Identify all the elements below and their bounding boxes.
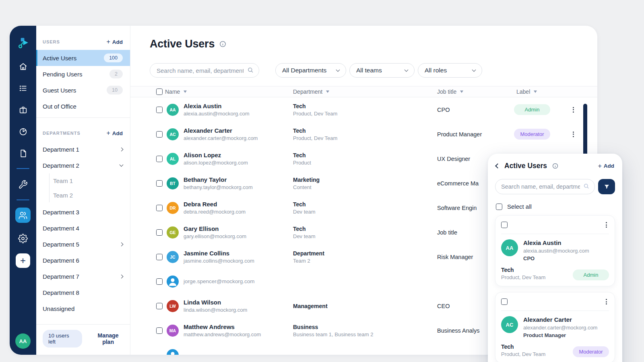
card-checkbox[interactable] [501,222,508,228]
department-teams: Content [293,184,435,190]
sidebar-item-department-2[interactable]: Department 2 [36,157,130,173]
sidebar-item-team-1[interactable]: Team 1 [50,173,130,188]
gear-icon[interactable] [15,232,31,245]
department: Tech [293,152,435,158]
user-card[interactable]: AA Alexia Austin alexia.austin@mockorg.c… [495,215,615,286]
column-header-name[interactable]: Name [163,88,291,95]
sidebar-item-label: Department 1 [43,146,79,153]
user-card[interactable]: AC Alexander Carter alexander.carter@moc… [495,292,615,362]
home-icon[interactable] [15,60,31,72]
add-user-button[interactable]: + Add [106,39,123,45]
table-row[interactable]: ACAlexander Carteralexander.carter@mocko… [130,122,597,146]
table-row[interactable]: AAAlexia Austinalexia.austin@mockorg.com… [130,97,597,122]
row-checkbox[interactable] [156,180,163,187]
role-label-badge: Moderator [514,129,550,140]
user-email: alexander.carter@mockorg.com [523,325,597,331]
row-menu-button[interactable] [570,105,576,114]
job-title: Product Manager [435,131,514,138]
row-checkbox[interactable] [156,107,163,113]
sidebar-item-label: Unassigned [43,305,74,312]
select-all-checkbox[interactable] [496,204,502,210]
sidebar-item-guest-users[interactable]: Guest Users10 [36,82,130,98]
row-checkbox[interactable] [156,327,163,334]
document-icon[interactable] [15,147,31,159]
row-checkbox[interactable] [156,254,163,260]
chevron-down-icon [405,68,409,72]
sidebar-item-team-2[interactable]: Team 2 [50,188,130,202]
logo-icon[interactable] [15,35,31,51]
department: Tech [293,226,435,232]
sidebar-item-department-1[interactable]: Department 1 [36,141,130,157]
role-label-badge: Moderator [573,346,609,357]
filter-dropdown-all-departments[interactable]: All Departments [275,63,346,78]
row-menu-button[interactable] [570,130,576,139]
users-icon[interactable] [15,208,31,223]
search-icon [583,183,590,191]
sidebar-item-department-3[interactable]: Department 3 [36,204,130,220]
filter-dropdown-all-teams[interactable]: All teams [349,63,415,78]
sidebar-item-department-7[interactable]: Department 7 [36,268,130,284]
add-department-button[interactable]: + Add [106,130,123,136]
app-root: + AA USERS + Add Active Users100Pending … [0,0,644,362]
card-checkbox[interactable] [501,298,508,305]
select-all-checkbox[interactable] [156,88,163,95]
sidebar-item-pending-users[interactable]: Pending Users2 [36,66,130,82]
sidebar-item-department-8[interactable]: Department 8 [36,284,130,300]
panel-search-input[interactable] [495,179,595,194]
manage-plan-link[interactable]: Manage plan [92,332,124,345]
user-name: Linda Wilson [184,299,291,306]
user-avatar[interactable]: AA [15,333,31,349]
row-checkbox[interactable] [156,229,163,236]
column-header-department[interactable]: Department [291,88,435,95]
avatar: AC [501,316,518,333]
info-icon[interactable] [219,40,227,48]
department: Tech [293,103,435,109]
back-chevron-icon[interactable] [495,163,500,169]
user-email: alexander.carter@mockorg.com [184,135,291,141]
sidebar-item-label: Out of Office [43,103,76,110]
sidebar-item-unassigned[interactable]: Unassigned [36,300,130,317]
sidebar-item-label: Department 4 [43,225,79,232]
column-header-label[interactable]: Label [514,88,570,95]
avatar: GE [167,226,179,239]
sort-icon [460,90,463,93]
row-checkbox[interactable] [156,303,163,309]
sort-icon [326,90,329,93]
column-header-job-title[interactable]: Job title [435,88,514,95]
sidebar-item-department-6[interactable]: Department 6 [36,252,130,268]
department: Tech [293,201,435,208]
row-checkbox[interactable] [156,131,163,138]
info-icon[interactable] [552,162,559,169]
row-checkbox[interactable] [156,205,163,211]
department-teams: Product [293,160,435,166]
sidebar-item-department-5[interactable]: Department 5 [36,236,130,252]
team-group: Team 1Team 2 [49,173,130,202]
user-name: Alexander Carter [184,127,291,134]
sidebar-item-department-4[interactable]: Department 4 [36,220,130,236]
rail-plus-button[interactable]: + [16,253,30,268]
row-checkbox[interactable] [156,278,163,285]
avatar: DR [167,202,179,214]
search-input[interactable] [150,63,259,78]
list-icon[interactable] [15,82,31,94]
row-checkbox[interactable] [156,156,163,162]
table-scrollbar[interactable] [583,104,587,157]
filter-button[interactable] [598,179,615,194]
user-email: alison.lopez@mockorg.com [184,160,291,166]
department-teams: Product, Dev Team [293,135,435,141]
card-menu-button[interactable] [603,220,609,229]
sidebar-item-out-of-office[interactable]: Out of Office [36,98,130,114]
plus-icon: + [106,130,110,136]
user-name: Alexia Austin [184,103,291,109]
chevron-right-icon [120,147,124,151]
department: Business [293,324,435,330]
wrench-icon[interactable] [15,179,31,191]
panel-add-button[interactable]: + Add [598,163,614,169]
pie-chart-icon[interactable] [15,125,31,138]
card-menu-button[interactable] [603,297,609,306]
user-email: alexia.austin@mockorg.com [184,111,291,117]
sidebar-item-active-users[interactable]: Active Users100 [36,50,130,66]
filter-dropdown-all-roles[interactable]: All roles [418,63,482,78]
briefcase-icon[interactable] [15,104,31,116]
department: Tech [501,343,545,350]
